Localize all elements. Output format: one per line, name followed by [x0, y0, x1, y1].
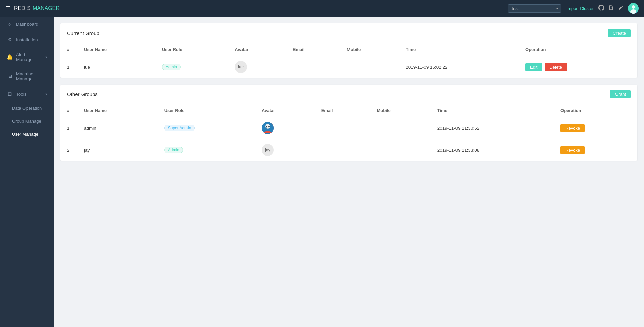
row-avatar: jay — [255, 139, 315, 161]
row-time: 2019-11-09 11:33:08 — [431, 139, 554, 161]
svg-point-1 — [632, 5, 635, 9]
bell-icon: 🔔 — [7, 54, 13, 60]
current-group-table-body: 1 lue Admin lue 2019-11-09 15:02:22 — [60, 56, 637, 78]
col-mobile: Mobile — [340, 43, 399, 56]
delete-button[interactable]: Delete — [545, 63, 567, 71]
sidebar-item-dashboard[interactable]: ○ Dashboard — [0, 17, 54, 32]
other-groups-title: Other Groups — [67, 91, 98, 97]
col-userrole: User Role — [155, 43, 228, 56]
sidebar-item-label: Machine Manage — [16, 71, 47, 81]
chevron-down-icon: ▾ — [45, 55, 47, 59]
sidebar-item-label: Alert Manage — [16, 52, 42, 62]
col-avatar: Avatar — [255, 104, 315, 117]
row-mobile — [340, 56, 399, 78]
cluster-select-wrapper[interactable]: test ▼ — [508, 4, 561, 13]
sidebar-item-installation[interactable]: ⚙ Installation — [0, 32, 54, 47]
row-avatar: lue — [228, 56, 286, 78]
sidebar-item-alert-manage[interactable]: 🔔 Alert Manage ▾ — [0, 47, 54, 67]
current-group-card: Current Group Create # User Name User Ro… — [60, 23, 637, 78]
current-group-table-head: # User Name User Role Avatar Email Mobil… — [60, 43, 637, 56]
row-operation: Revoke — [554, 117, 637, 139]
sidebar-item-label: Dashboard — [16, 22, 47, 27]
other-groups-table-head: # User Name User Role Avatar Email Mobil… — [60, 104, 637, 117]
row-mobile — [370, 139, 431, 161]
sidebar-item-label: Installation — [16, 37, 47, 42]
avatar: jay — [262, 144, 274, 156]
sidebar-item-label: Data Operation — [12, 106, 47, 111]
sidebar-item-label: Group Manage — [12, 119, 47, 124]
col-email: Email — [286, 43, 340, 56]
col-time: Time — [399, 43, 519, 56]
table-row: 1 admin Super Admin — [60, 117, 637, 139]
brand-manager: MANAGER — [33, 5, 60, 11]
current-group-header: Current Group Create — [60, 23, 637, 43]
col-operation: Operation — [519, 43, 637, 56]
import-cluster-link[interactable]: Import Cluster — [566, 6, 594, 11]
row-time: 2019-11-09 11:30:52 — [431, 117, 554, 139]
create-button[interactable]: Create — [608, 29, 631, 37]
revoke-button[interactable]: Revoke — [560, 146, 585, 154]
sidebar-item-machine-manage[interactable]: 🖥 Machine Manage — [0, 67, 54, 86]
ops-group: Edit Delete — [525, 63, 631, 71]
sidebar-item-label: User Manage — [12, 132, 47, 137]
row-userrole: Admin — [155, 56, 228, 78]
row-email — [315, 139, 370, 161]
svg-point-6 — [268, 126, 270, 127]
row-email — [286, 56, 340, 78]
row-index: 1 — [60, 117, 77, 139]
chevron-down-icon: ▾ — [45, 92, 47, 96]
current-group-table: # User Name User Role Avatar Email Mobil… — [60, 43, 637, 78]
role-badge: Super Admin — [164, 125, 195, 131]
document-icon[interactable] — [608, 5, 614, 12]
user-avatar[interactable] — [628, 3, 639, 14]
hamburger-icon[interactable]: ☰ — [5, 5, 11, 12]
dashboard-icon: ○ — [7, 21, 13, 27]
row-username: jay — [77, 139, 158, 161]
col-operation: Operation — [554, 104, 637, 117]
sidebar-item-data-operation[interactable]: Data Operation — [0, 102, 54, 115]
sidebar-item-group-manage[interactable]: Group Manage — [0, 115, 54, 128]
role-badge: Admin — [162, 64, 181, 70]
github-icon[interactable] — [598, 5, 604, 12]
other-groups-table-body: 1 admin Super Admin — [60, 117, 637, 161]
edit-button[interactable]: Edit — [525, 63, 542, 71]
avatar: lue — [235, 61, 247, 73]
role-badge: Admin — [164, 147, 183, 153]
row-mobile — [370, 117, 431, 139]
grant-button[interactable]: Grant — [610, 90, 631, 98]
header-right: test ▼ Import Cluster — [508, 3, 639, 14]
col-username: User Name — [77, 43, 155, 56]
sidebar-item-tools[interactable]: ⊟ Tools ▾ — [0, 86, 54, 102]
edit-icon[interactable] — [618, 5, 623, 12]
col-time: Time — [431, 104, 554, 117]
col-userrole: User Role — [158, 104, 255, 117]
row-index: 1 — [60, 56, 77, 78]
revoke-button[interactable]: Revoke — [560, 124, 585, 132]
col-hash: # — [60, 104, 77, 117]
col-email: Email — [315, 104, 370, 117]
other-groups-table: # User Name User Role Avatar Email Mobil… — [60, 104, 637, 161]
row-avatar — [255, 117, 315, 139]
col-username: User Name — [77, 104, 158, 117]
other-groups-card: Other Groups Grant # User Name User Role… — [60, 85, 637, 161]
current-group-title: Current Group — [67, 30, 99, 36]
sidebar: ○ Dashboard ⚙ Installation 🔔 Alert Manag… — [0, 17, 54, 327]
other-groups-header: Other Groups Grant — [60, 85, 637, 104]
monitor-icon: 🖥 — [7, 74, 13, 79]
table-row: 1 lue Admin lue 2019-11-09 15:02:22 — [60, 56, 637, 78]
cluster-select[interactable]: test — [508, 4, 561, 13]
sidebar-item-label: Tools — [16, 92, 42, 97]
row-username: lue — [77, 56, 155, 78]
col-hash: # — [60, 43, 77, 56]
header-left: ☰ REDIS MANAGER — [5, 5, 60, 12]
row-operation: Revoke — [554, 139, 637, 161]
row-index: 2 — [60, 139, 77, 161]
sidebar-item-user-manage[interactable]: User Manage — [0, 128, 54, 141]
brand-redis: REDIS — [14, 5, 31, 11]
col-mobile: Mobile — [370, 104, 431, 117]
row-userrole: Admin — [158, 139, 255, 161]
row-userrole: Super Admin — [158, 117, 255, 139]
svg-point-5 — [266, 126, 267, 127]
layout: ○ Dashboard ⚙ Installation 🔔 Alert Manag… — [0, 17, 644, 327]
row-email — [315, 117, 370, 139]
